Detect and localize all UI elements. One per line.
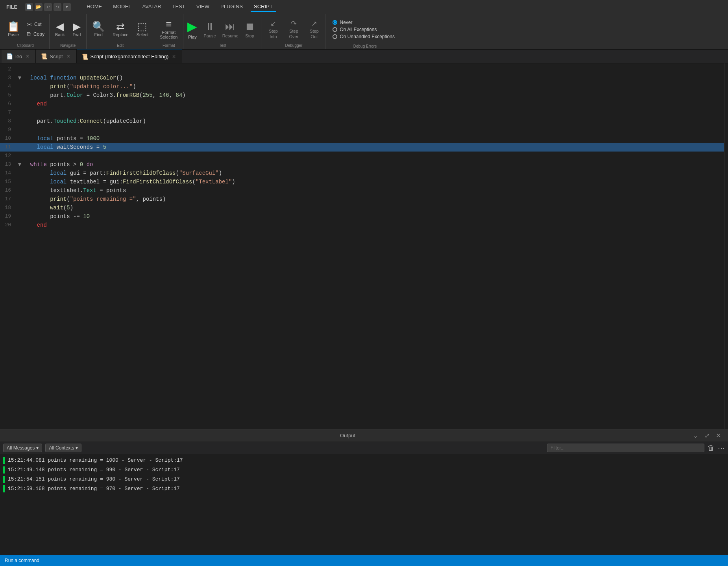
format-group: ≡ Format Selection Format [154, 14, 183, 49]
code-lines[interactable]: 2 3 ▼ local function updateColor() 4 pri… [0, 63, 724, 429]
contexts-dropdown[interactable]: All Contexts ▾ [45, 444, 81, 452]
redo-icon[interactable]: ↪ [54, 3, 61, 11]
unhandled-radio[interactable] [333, 34, 337, 39]
paste-button[interactable]: 📋 Paste [4, 20, 23, 39]
scrollbar[interactable] [724, 63, 728, 429]
replace-icon: ⇄ [116, 21, 125, 31]
filter-input[interactable] [547, 444, 704, 452]
nav-test[interactable]: TEST [169, 2, 188, 12]
navigate-label: Navigate [60, 42, 76, 48]
edit-group: 🔍 Find ⇄ Replace ⬚ Select Edit [87, 14, 154, 49]
open-file-icon[interactable]: 📂 [35, 3, 42, 11]
format-selection-button[interactable]: ≡ Format Selection [157, 17, 181, 41]
step-over-button[interactable]: ↷ Step Over [285, 18, 302, 41]
title-bar-icons: 📄 📂 ↩ ↪ ▾ [25, 3, 71, 11]
step-out-icon: ↗ [311, 19, 317, 28]
tab-leo-close[interactable]: ✕ [24, 53, 31, 59]
debug-all-exceptions-option[interactable]: On All Exceptions [333, 27, 394, 32]
stop-button[interactable]: ⏹ Stop [243, 19, 257, 40]
output-panel: Output ⌄ ⤢ ✕ All Messages ▾ All Contexts… [0, 429, 728, 555]
tab-script-icon: 📜 [41, 53, 47, 59]
debug-never-option[interactable]: Never [333, 20, 394, 25]
select-button[interactable]: ⬚ Select [133, 20, 152, 39]
clipboard-group: 📋 Paste ✂ Cut ⧉ Copy Clipboard [2, 14, 50, 49]
tab-editing-close[interactable]: ✕ [171, 54, 177, 60]
contexts-arrow-icon: ▾ [76, 445, 78, 451]
debug-unhandled-option[interactable]: On Unhandled Exceptions [333, 34, 394, 39]
list-item: 15:21:59.168 points remaining = 970 - Se… [0, 484, 728, 494]
table-row: 18 wait(5) [0, 203, 724, 212]
output-options-icon[interactable]: ⋯ [718, 444, 725, 452]
tab-script-editing[interactable]: 📜 Script (rbloxgamearchitect Editing) ✕ [77, 50, 183, 63]
cut-copy-group: ✂ Cut ⧉ Copy [24, 20, 47, 39]
table-row: 6 end [0, 100, 724, 108]
code-editor[interactable]: 2 3 ▼ local function updateColor() 4 pri… [0, 63, 724, 429]
table-row: 11 local waitSeconds = 5 [0, 143, 724, 152]
fwd-button[interactable]: ▶ Fwd [69, 20, 84, 39]
nav-view[interactable]: VIEW [193, 2, 212, 12]
list-item: 15:21:54.151 points remaining = 980 - Se… [0, 475, 728, 484]
play-button[interactable]: ▶ Play [186, 17, 199, 41]
nav-model[interactable]: MODEL [110, 2, 134, 12]
resume-button[interactable]: ⏭ Resume [221, 19, 240, 40]
tab-leo-label: leo [15, 54, 22, 59]
select-icon: ⬚ [137, 21, 147, 31]
nav-plugins[interactable]: PLUGINS [217, 2, 246, 12]
pause-button[interactable]: ⏸ Pause [202, 19, 217, 40]
back-button[interactable]: ◀ Back [52, 20, 68, 39]
tab-script[interactable]: 📜 Script ✕ [36, 50, 76, 63]
nav-home[interactable]: HOME [83, 2, 105, 12]
table-row: 16 textLabel.Text = points [0, 186, 724, 195]
table-row: 19 points -= 10 [0, 212, 724, 221]
table-row: 14 local gui = part:FindFirstChildOfClas… [0, 169, 724, 178]
copy-button[interactable]: ⧉ Copy [24, 30, 47, 39]
step-into-button[interactable]: ↙ Step Into [264, 18, 282, 41]
table-row: 13 ▼ while points > 0 do [0, 160, 724, 169]
list-item: 15:21:44.081 points remaining = 1000 - S… [0, 456, 728, 465]
clear-output-icon[interactable]: 🗑 [708, 444, 715, 452]
test-group: ▶ Play ⏸ Pause ⏭ Resume ⏹ Stop Test [183, 14, 262, 49]
editor-area: 2 3 ▼ local function updateColor() 4 pri… [0, 63, 728, 429]
output-collapse-icon[interactable]: ⌄ [691, 431, 700, 440]
nav-avatar[interactable]: AVATAR [139, 2, 164, 12]
debugger-group: ↙ Step Into ↷ Step Over ↗ Step Out Debug… [262, 14, 325, 49]
replace-button[interactable]: ⇄ Replace [109, 20, 131, 39]
tab-script-close[interactable]: ✕ [65, 53, 72, 59]
nav-script[interactable]: SCRIPT [251, 2, 276, 12]
all-exceptions-radio[interactable] [333, 27, 337, 32]
tab-script-label: Script [50, 54, 63, 59]
resume-icon: ⏭ [225, 20, 235, 33]
table-row: 7 [0, 108, 724, 117]
test-label: Test [219, 42, 226, 48]
output-header: Output ⌄ ⤢ ✕ [0, 429, 728, 442]
step-out-button[interactable]: ↗ Step Out [305, 18, 323, 41]
dropdown-arrow-icon: ▾ [36, 445, 39, 451]
output-content: 15:21:44.081 points remaining = 1000 - S… [0, 454, 728, 555]
output-success-indicator [3, 457, 5, 464]
debugger-label: Debugger [285, 42, 303, 48]
output-title: Output [5, 433, 691, 438]
cut-button[interactable]: ✂ Cut [24, 20, 47, 30]
output-close-icon[interactable]: ✕ [713, 431, 723, 440]
status-command[interactable]: Run a command [5, 558, 39, 563]
never-radio[interactable] [333, 20, 337, 25]
output-success-indicator [3, 485, 5, 492]
undo-icon[interactable]: ↩ [44, 3, 52, 11]
find-button[interactable]: 🔍 Find [89, 20, 108, 39]
step-over-icon: ↷ [291, 19, 297, 28]
paste-icon: 📋 [7, 21, 20, 31]
new-file-icon[interactable]: 📄 [25, 3, 33, 11]
title-bar: FILE 📄 📂 ↩ ↪ ▾ HOME MODEL AVATAR TEST VI… [0, 0, 728, 14]
more-icon[interactable]: ▾ [63, 3, 71, 11]
table-row: 17 print("points remaining =", points) [0, 195, 724, 203]
tab-leo[interactable]: 📄 leo ✕ [2, 50, 36, 63]
debug-errors-group: Never On All Exceptions On Unhandled Exc… [325, 14, 404, 49]
table-row: 5 part.Color = Color3.fromRGB(255, 146, … [0, 91, 724, 100]
navigate-group: ◀ Back ▶ Fwd Navigate [50, 14, 87, 49]
pause-icon: ⏸ [205, 20, 215, 33]
output-popout-icon[interactable]: ⤢ [702, 431, 712, 440]
file-menu[interactable]: FILE [3, 2, 20, 11]
messages-dropdown[interactable]: All Messages ▾ [3, 444, 42, 452]
stop-icon: ⏹ [245, 20, 255, 33]
table-row: 3 ▼ local function updateColor() [0, 74, 724, 82]
